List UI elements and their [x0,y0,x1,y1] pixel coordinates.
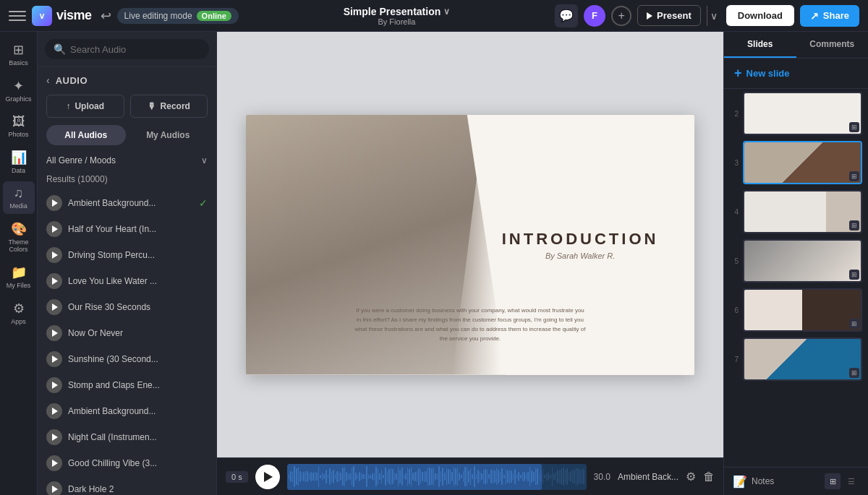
audio-tabs: All Audios My Audios [38,125,216,151]
present-button[interactable]: Present [637,5,701,26]
present-dropdown-button[interactable]: ∨ [707,6,720,26]
title-chevron: ∨ [443,7,450,17]
search-input[interactable] [70,44,200,55]
track-item-4[interactable]: Our Rise 30 Seconds [38,294,216,320]
genre-chevron: ∨ [201,155,208,165]
logo-text: visme [56,8,92,23]
canvas-main[interactable]: INTRODUCTION By Sarah Walker R. If you w… [217,32,723,457]
search-icon: 🔍 [54,43,66,55]
slide-thumbnail-image-7 [744,339,861,379]
sidebar-item-my-files[interactable]: 📁 My Files [3,260,35,293]
track-check-icon-0: ✓ [199,197,208,209]
slide-thumb-3[interactable]: ⊞ [743,141,862,184]
track-item-11[interactable]: Dark Hole 2 [38,476,216,495]
sidebar-item-photos[interactable]: 🖼 Photos [3,110,35,142]
slide-body-paragraph: If you were a customer doing business wi… [354,306,586,343]
hamburger-menu[interactable] [9,7,26,25]
track-play-button-10[interactable] [46,455,62,471]
slide-by: By Sarah Walker R. [502,251,659,260]
comment-button[interactable]: 💬 [555,4,578,27]
track-play-button-2[interactable] [46,247,62,263]
slide-number-2: 2 [730,110,739,118]
slide-corner-icon-3: ⊞ [849,171,859,181]
photos-icon: 🖼 [12,114,25,129]
track-item-10[interactable]: Good Chilling Vibe (3... [38,450,216,476]
waveform[interactable] [287,464,587,490]
track-name-10: Good Chilling Vibe (3... [68,458,208,468]
my-files-icon: 📁 [11,264,27,280]
audio-back-button[interactable]: ‹ [46,74,50,86]
sidebar-item-apps[interactable]: ⚙ Apps [3,296,35,330]
track-play-button-5[interactable] [46,325,62,341]
sidebar-item-data[interactable]: 📊 Data [3,145,35,178]
presentation-title[interactable]: Simple Presentation ∨ [344,6,451,17]
slide-thumbnail-image-5 [744,241,861,281]
track-play-button-7[interactable] [46,377,62,393]
search-input-wrap[interactable]: 🔍 [45,39,209,59]
upload-button[interactable]: ↑ Upload [46,95,124,118]
track-item-8[interactable]: Ambient Background... [38,398,216,424]
slide-thumb-6[interactable]: ⊞ [743,288,862,332]
slide-thumb-5[interactable]: ⊞ [743,239,862,283]
track-item-5[interactable]: Now Or Never [38,320,216,346]
slide-corner-icon-7: ⊞ [849,368,859,378]
time-badge: 0 s [226,471,248,483]
track-item-1[interactable]: Half of Your Heart (In... [38,216,216,242]
track-item-3[interactable]: Love You Like Water ... [38,268,216,294]
sidebar-item-theme-colors[interactable]: 🎨 Theme Colors [3,217,35,257]
audio-header: ‹ AUDIO [38,67,216,90]
track-play-button-11[interactable] [46,481,62,495]
slide-body-text: If you were a customer doing business wi… [354,306,586,343]
notes-label[interactable]: Notes [752,476,774,486]
genre-filter[interactable]: All Genre / Moods ∨ [38,151,216,171]
share-icon: ↗ [810,10,819,22]
mic-icon: 🎙 [148,101,156,111]
track-item-2[interactable]: Driving Stomp Percu... [38,242,216,268]
track-play-button-0[interactable] [46,195,62,211]
edit-mode-badge: Live editing mode Online [117,8,239,24]
track-play-button-6[interactable] [46,351,62,367]
delete-track-icon[interactable]: 🗑 [703,470,715,483]
track-item-0[interactable]: Ambient Background... ✓ [38,190,216,216]
tab-all-audios[interactable]: All Audios [46,125,126,145]
track-name-8: Ambient Background... [68,406,208,416]
share-button[interactable]: ↗ Share [800,5,859,27]
slide-thumb-4[interactable]: ⊞ [743,190,862,233]
tab-my-audios[interactable]: My Audios [129,125,208,145]
audio-title: AUDIO [56,75,88,86]
download-button[interactable]: Download [726,5,794,26]
app-logo: v visme [32,6,92,26]
sidebar-item-media[interactable]: ♫ Media [3,181,35,214]
tab-slides[interactable]: Slides [724,32,796,58]
track-item-7[interactable]: Stomp and Claps Ene... [38,372,216,398]
slide-number-5: 5 [730,257,739,265]
topbar: v visme ↩ Live editing mode Online Simpl… [0,0,868,32]
settings-icon[interactable]: ⚙ [686,470,696,483]
track-play-button-3[interactable] [46,273,62,289]
slide-thumb-7[interactable]: ⊞ [743,337,862,381]
sidebar-item-basics[interactable]: ⊞ Basics [3,38,35,71]
bottom-play-button[interactable] [255,465,280,489]
track-play-button-4[interactable] [46,299,62,315]
list-view-icon[interactable]: ☰ [843,473,859,489]
undo-button[interactable]: ↩ [101,8,111,24]
record-button[interactable]: 🎙 Record [130,95,208,118]
slide-thumbnail-image-2 [744,93,861,134]
results-count: Results (10000) [38,171,216,190]
track-play-button-1[interactable] [46,221,62,237]
tab-comments[interactable]: Comments [796,32,869,58]
track-play-button-8[interactable] [46,403,62,419]
track-item-6[interactable]: Sunshine (30 Second... [38,346,216,372]
canvas-wrapper: INTRODUCTION By Sarah Walker R. If you w… [217,32,723,495]
sidebar-item-graphics[interactable]: ✦ Graphics [3,74,35,107]
grid-view-icon[interactable]: ⊞ [825,473,841,489]
slide-thumb-2[interactable]: ⊞ [743,92,862,135]
track-play-button-9[interactable] [46,429,62,445]
track-item-9[interactable]: Night Call (Instrumen... [38,424,216,450]
new-slide-plus-icon: + [734,66,742,81]
topbar-center: Simple Presentation ∨ By Fiorella [244,6,549,26]
slide-corner-icon-6: ⊞ [849,319,859,329]
new-slide-button[interactable]: + New slide [724,59,868,89]
user-avatar[interactable]: F [584,5,605,27]
add-collaborator-button[interactable]: + [611,6,631,26]
